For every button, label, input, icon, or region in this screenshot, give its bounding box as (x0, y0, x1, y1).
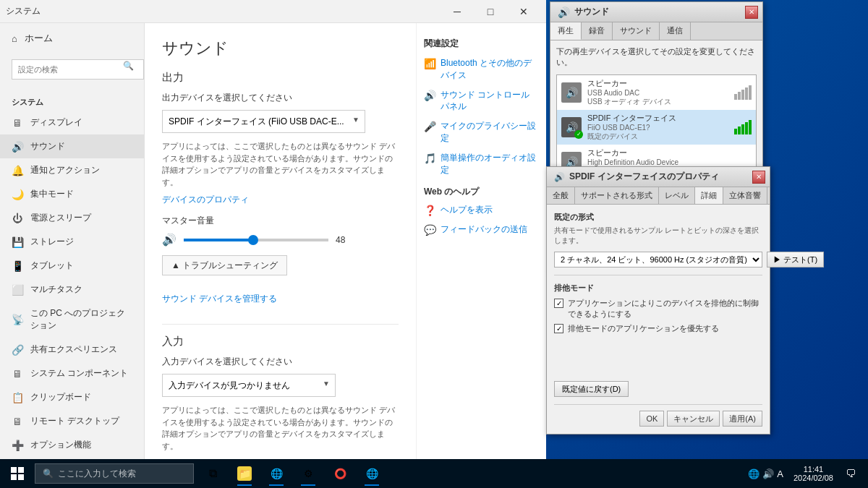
output-device-select[interactable]: SPDIF インターフェイス (FiiO USB DAC-E... (162, 110, 365, 133)
sidebar-item-home[interactable]: ⌂ ホーム (0, 23, 144, 53)
related-bluetooth-link[interactable]: 📶 Bluetooth とその他のデバイス (424, 57, 539, 82)
volume-row: 🔊 48 (162, 233, 399, 247)
related-mic-privacy-link[interactable]: 🎤 マイクのプライバシー設定 (424, 120, 539, 145)
volume-value: 48 (336, 235, 353, 245)
settings-indicator (301, 484, 315, 486)
props-tab-level[interactable]: レベル (659, 187, 695, 204)
volume-section: マスター音量 🔊 48 (162, 215, 399, 247)
sidebar-item-clipboard[interactable]: 📋 クリップボード (0, 385, 144, 409)
feedback-link[interactable]: 💬 フィードバックの送信 (424, 223, 539, 236)
display-icon: 🖥 (12, 117, 23, 129)
maximize-button[interactable]: □ (474, 0, 507, 23)
device-item-1[interactable]: 🔊 スピーカー USB Audio DAC USB オーディオ デバイス (557, 75, 756, 110)
taskbar-right: 🌐 🔊 A 11:41 2024/02/08 🗨 (738, 459, 868, 488)
taskbar-app-chrome[interactable]: 🌐 (260, 459, 292, 488)
taskbar-app-settings[interactable]: ⚙ (292, 459, 324, 488)
sidebar-item-notification[interactable]: 🔔 通知とアクション (0, 158, 144, 182)
taskbar-search[interactable]: 🔍 ここに入力して検索 (35, 463, 194, 484)
related-audio-access-link[interactable]: 🎵 簡単操作のオーディオ設定 (424, 152, 539, 176)
sidebar-item-tablet[interactable]: 📱 タブレット (0, 254, 144, 278)
close-button[interactable]: ✕ (507, 0, 540, 23)
format-select-row: 2 チャネル、24 ビット、96000 Hz (スタジオの音質) ▶ テスト(T… (554, 252, 762, 267)
sidebar-item-multitask[interactable]: ⬜ マルチタスク (0, 278, 144, 301)
default-format-desc: 共有モードで使用されるサンプル レートとビットの深さを選択します。 (554, 226, 762, 246)
sidebar-item-remote[interactable]: 🖥 リモート デスクトップ (0, 409, 144, 433)
feedback-icon: 💬 (424, 224, 436, 236)
bar5-2 (749, 120, 752, 134)
multitask-icon: ⬜ (12, 284, 23, 296)
network-icon[interactable]: 🌐 (748, 468, 760, 479)
taskbar-clock[interactable]: 11:41 2024/02/08 (789, 465, 838, 482)
volume-slider-fill (184, 239, 253, 241)
props-apply-button[interactable]: 適用(A) (723, 411, 762, 427)
sidebar-item-projecting[interactable]: 📡 この PC へのプロジェクション (0, 301, 144, 338)
minimize-button[interactable]: ─ (441, 0, 474, 23)
tablet-icon: 📱 (12, 260, 23, 272)
exclusive-control-checkbox[interactable]: ✓ (554, 299, 563, 308)
sidebar-item-shared[interactable]: 🔗 共有エクスペリエンス (0, 338, 144, 361)
notification-center-button[interactable]: 🗨 (839, 459, 862, 488)
sound-dialog-close[interactable]: ✕ (745, 6, 758, 19)
input-device-select[interactable]: 入力デバイスが見つかりません (162, 374, 336, 397)
sidebar-item-power[interactable]: ⏻ 電源とスリープ (0, 206, 144, 230)
page-title: サウンド (162, 38, 399, 59)
device-properties-link[interactable]: デバイスのプロパティ (162, 194, 249, 206)
volume-slider[interactable] (184, 239, 328, 241)
taskbar-app-cortana[interactable]: ⭕ (324, 459, 356, 488)
main-content: サウンド 出力 出力デバイスを選択してください SPDIF インターフェイス (… (145, 23, 416, 459)
tab-playback[interactable]: 再生 (550, 22, 582, 40)
sound-dialog-hint: 下の再生デバイスを選択してその設定を変更してください。 (556, 46, 757, 69)
tab-recording[interactable]: 録音 (582, 22, 613, 40)
sound-dialog-title-text: サウンド (574, 6, 609, 18)
manage-sound-devices-link[interactable]: サウンド デバイスを管理する (162, 293, 277, 305)
taskbar-app-browser2[interactable]: 🌐 (356, 459, 388, 488)
sidebar-item-sysinfo[interactable]: 🖥 システム コンポーネント (0, 361, 144, 385)
device-item-2[interactable]: 🔊 ✓ SPDIF インターフェイス FiiO USB DAC-E1? 既定のデ… (557, 110, 756, 145)
sidebar-item-display[interactable]: 🖥 ディスプレイ (0, 111, 144, 134)
props-close-button[interactable]: ✕ (752, 171, 765, 184)
props-tab-formats[interactable]: サポートされる形式 (575, 187, 659, 204)
sidebar-item-storage-label: ストレージ (30, 236, 74, 248)
checkbox-row-1: ✓ アプリケーションによりこのデバイスを排他的に制御できるようにする (554, 298, 762, 320)
related-soundpanel-text: サウンド コントロール パネル (441, 89, 539, 114)
sidebar-item-optional[interactable]: ➕ オプション機能 (0, 433, 144, 457)
help-display-link[interactable]: ❓ ヘルプを表示 (424, 204, 539, 216)
bar1 (734, 94, 737, 100)
props-divider-1 (554, 275, 762, 275)
window-controls: ─ □ ✕ (441, 0, 540, 23)
test-button[interactable]: ▶ テスト(T) (767, 252, 824, 267)
restore-defaults-button[interactable]: 既定値に戻す(D) (554, 381, 629, 397)
exclusive-priority-checkbox[interactable]: ✓ (554, 324, 563, 333)
feedback-text: フィードバックの送信 (441, 223, 527, 236)
sidebar-item-sysinfo-label: システム コンポーネント (30, 367, 128, 380)
taskbar-app-explorer[interactable]: 📁 (229, 459, 260, 488)
taskbar-app-view[interactable]: ⧉ (197, 459, 229, 488)
home-label: ホーム (25, 32, 53, 45)
output-troubleshoot-button[interactable]: ▲ トラブルシューティング (162, 255, 287, 275)
related-soundpanel-link[interactable]: 🔊 サウンド コントロール パネル (424, 89, 539, 114)
tab-communications[interactable]: 通信 (660, 22, 691, 40)
clipboard-icon: 📋 (12, 392, 23, 403)
bar4 (745, 87, 748, 100)
bar1-2 (734, 129, 737, 134)
tab-sounds[interactable]: サウンド (613, 22, 660, 40)
props-cancel-button[interactable]: キャンセル (667, 411, 720, 427)
task-view-icon: ⧉ (205, 466, 220, 481)
format-select[interactable]: 2 チャネル、24 ビット、96000 Hz (スタジオの音質) (554, 252, 762, 267)
props-ok-button[interactable]: OK (639, 411, 664, 427)
optional-icon: ➕ (12, 440, 23, 451)
props-titlebar: 🔊 SPDIF インターフェイスのプロパティ ✕ (547, 167, 770, 187)
volume-sys-icon[interactable]: 🔊 (762, 468, 774, 479)
start-button[interactable] (0, 459, 35, 488)
output-description: アプリによっては、ここで選択したものとは異なるサウンド デバイスを使用するよう設… (162, 140, 399, 188)
props-tab-spatial[interactable]: 立体音響 (723, 187, 767, 204)
sidebar-item-sound[interactable]: 🔊 サウンド (0, 134, 144, 158)
browser2-icon: 🌐 (365, 466, 379, 481)
device-info-1: スピーカー USB Audio DAC USB オーディオ デバイス (587, 78, 728, 107)
output-select-label: 出力デバイスを選択してください (162, 92, 399, 104)
volume-label: マスター音量 (162, 215, 399, 227)
props-tab-general[interactable]: 全般 (547, 187, 575, 204)
props-tab-details[interactable]: 詳細 (695, 187, 723, 204)
sidebar-item-focus[interactable]: 🌙 集中モード (0, 182, 144, 206)
sidebar-item-storage[interactable]: 💾 ストレージ (0, 230, 144, 254)
